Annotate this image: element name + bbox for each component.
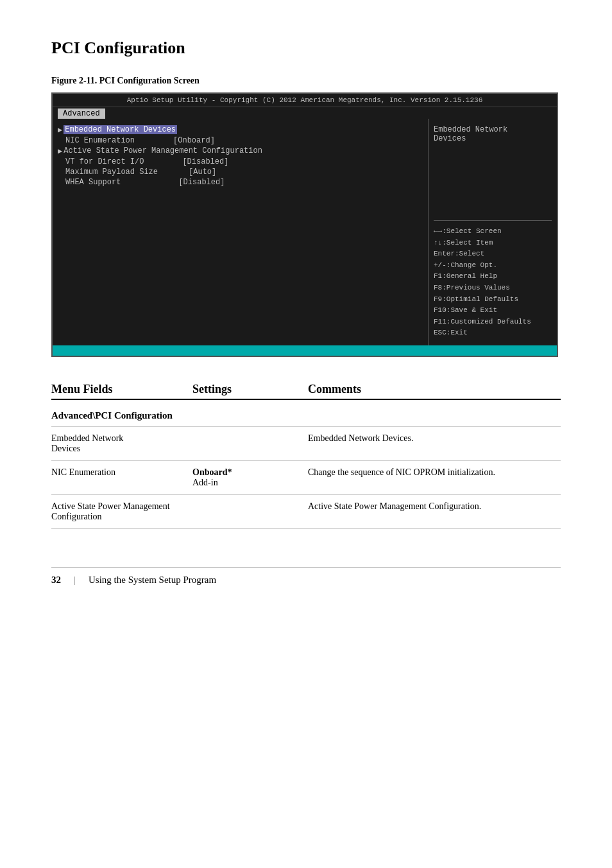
key-general-help: F1:General Help — [434, 271, 552, 282]
menu-nic: NIC Enumeration — [51, 467, 192, 478]
table-row-nic: NIC Enumeration Onboard* Add-in Change t… — [51, 461, 561, 495]
page-title: PCI Configuration — [51, 39, 561, 58]
key-save-exit: F10:Save & Exit — [434, 305, 552, 317]
bios-item-embedded-network[interactable]: ▶ Embedded Network Devices — [58, 125, 423, 135]
col-header-comments: Comments — [308, 383, 561, 396]
comments-nic: Change the sequence of NIC OPROM initial… — [308, 467, 561, 478]
section-label-row: Advanced\PCI Configuration — [51, 405, 561, 427]
key-enter: Enter:Select — [434, 248, 552, 260]
bios-item-aspm[interactable]: ▶ Active State Power Management Configur… — [58, 146, 423, 156]
col-header-menu-fields: Menu Fields — [51, 383, 192, 396]
comments-embedded-network: Embedded Network Devices. — [308, 433, 561, 444]
bios-aspm-label: Active State Power Management Configurat… — [64, 146, 262, 155]
comments-aspm: Active State Power Management Configurat… — [308, 501, 561, 512]
menu-aspm: Active State Power Management Configurat… — [51, 501, 192, 522]
figure-title-text: PCI Configuration Screen — [99, 76, 200, 85]
key-prev-values: F8:Previous Values — [434, 282, 552, 294]
footer-text: Using the System Setup Program — [89, 575, 216, 586]
bios-nic-label: NIC Enumeration — [65, 136, 135, 145]
bios-screen: Aptio Setup Utility - Copyright (C) 2012… — [51, 92, 558, 357]
bios-item-payload[interactable]: Maximum Payload Size [Auto] — [58, 168, 423, 177]
bios-header: Aptio Setup Utility - Copyright (C) 2012… — [53, 94, 557, 107]
bios-payload-value: [Auto] — [189, 168, 216, 177]
bios-right-description: Embedded NetworkDevices — [434, 125, 552, 221]
col-header-settings: Settings — [192, 383, 308, 396]
bios-vt-label: VT for Direct I/O — [65, 157, 144, 166]
key-change-opt: +/-:Change Opt. — [434, 260, 552, 272]
settings-nic: Onboard* Add-in — [192, 467, 308, 488]
bios-nic-value: [Onboard] — [173, 136, 215, 145]
table-row-aspm: Active State Power Management Configurat… — [51, 495, 561, 529]
key-select-item: ↑↓:Select Item — [434, 238, 552, 249]
bios-key-help: ←→:Select Screen ↑↓:Select Item Enter:Se… — [434, 226, 552, 339]
bios-item-label-1: Embedded Network Devices — [64, 125, 177, 134]
page-footer: 32 | Using the System Setup Program — [51, 568, 561, 586]
page-number: 32 — [51, 575, 61, 586]
bios-tab-advanced[interactable]: Advanced — [58, 108, 105, 119]
bios-arrow-3: ▶ — [58, 146, 62, 156]
key-optimal-defaults: F9:Optimial Defaults — [434, 294, 552, 306]
bios-vt-value: [Disabled] — [182, 157, 228, 166]
bios-payload-label: Maximum Payload Size — [65, 168, 158, 177]
key-select-screen: ←→:Select Screen — [434, 226, 552, 238]
figure-number: Figure 2-11. — [51, 76, 97, 85]
bios-arrow-1: ▶ — [58, 125, 62, 135]
table-row-embedded-network: Embedded NetworkDevices Embedded Network… — [51, 427, 561, 461]
bios-item-nic[interactable]: NIC Enumeration [Onboard] — [58, 136, 423, 145]
footer-separator: | — [74, 575, 76, 586]
figure-label: Figure 2-11. PCI Configuration Screen — [51, 76, 561, 86]
bios-right-panel: Embedded NetworkDevices ←→:Select Screen… — [429, 119, 557, 345]
nic-setting-onboard: Onboard* — [192, 467, 232, 477]
key-customized-defaults: F11:Customized Defaults — [434, 317, 552, 328]
key-esc-exit: ESC:Exit — [434, 327, 552, 339]
bios-whea-label: WHEA Support — [65, 178, 121, 187]
bios-item-whea[interactable]: WHEA Support [Disabled] — [58, 178, 423, 187]
section-label: Advanced\PCI Configuration — [51, 410, 561, 421]
bios-item-vt[interactable]: VT for Direct I/O [Disabled] — [58, 157, 423, 166]
table-header-row: Menu Fields Settings Comments — [51, 383, 561, 400]
bios-body: ▶ Embedded Network Devices NIC Enumerati… — [53, 119, 557, 345]
menu-embedded-network: Embedded NetworkDevices — [51, 433, 192, 454]
bios-left-panel: ▶ Embedded Network Devices NIC Enumerati… — [53, 119, 429, 345]
settings-table: Menu Fields Settings Comments Advanced\P… — [51, 383, 561, 529]
bios-tab-bar: Advanced — [53, 107, 557, 119]
bios-footer — [53, 345, 557, 356]
nic-setting-addin: Add-in — [192, 478, 218, 487]
bios-whea-value: [Disabled] — [178, 178, 225, 187]
